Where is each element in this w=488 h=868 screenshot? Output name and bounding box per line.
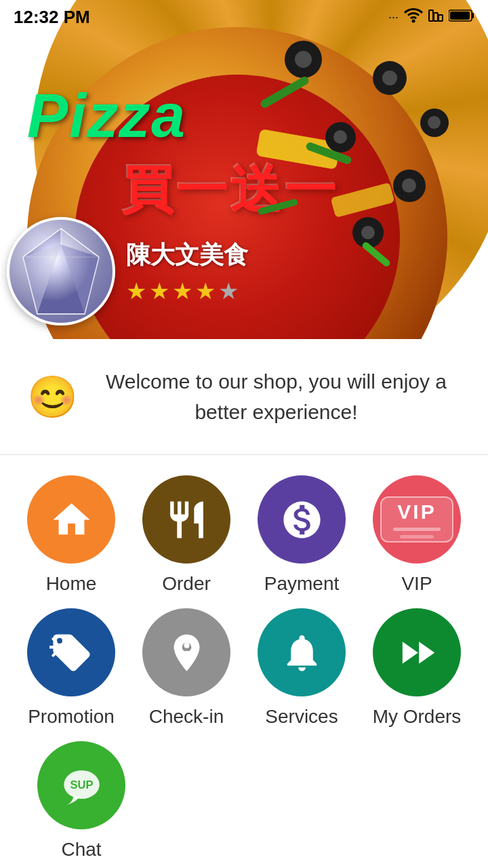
olive-2 xyxy=(373,61,407,95)
menu-grid: Home Order Payment VIP xyxy=(0,455,488,868)
olive-1 xyxy=(285,41,322,78)
sim-icon xyxy=(428,8,443,26)
olive-4 xyxy=(393,170,426,202)
promo-text: 買一送一 xyxy=(122,156,339,226)
svg-rect-5 xyxy=(472,13,474,18)
menu-item-chat[interactable]: SUP Chat xyxy=(27,741,136,861)
promotion-icon xyxy=(49,631,94,675)
diamond-icon xyxy=(14,224,108,319)
payment-icon xyxy=(280,498,324,542)
star-rating: ★ ★ ★ ★ ★ xyxy=(126,277,248,304)
vip-label: VIP xyxy=(401,573,432,595)
svg-point-15 xyxy=(184,642,189,648)
brand-title: Pizza xyxy=(27,81,186,151)
order-icon xyxy=(165,498,209,542)
menu-item-vip[interactable]: VIP VIP xyxy=(363,475,471,595)
wifi-icon xyxy=(404,8,423,26)
more-icon: ··· xyxy=(388,10,399,24)
chat-icon-circle: SUP xyxy=(37,741,125,829)
order-icon-circle xyxy=(142,475,230,564)
payment-icon-circle xyxy=(258,475,346,564)
checkin-icon-circle xyxy=(142,608,230,696)
svg-point-13 xyxy=(65,653,68,656)
menu-item-myorders[interactable]: My Orders xyxy=(363,608,471,728)
svg-text:SUP: SUP xyxy=(70,778,93,791)
hero-banner: Pizza 買一送一 xyxy=(0,0,488,339)
menu-row-2: Promotion Check-in Services xyxy=(14,608,474,728)
promotion-icon-circle xyxy=(27,608,115,696)
home-label: Home xyxy=(46,573,97,595)
services-icon xyxy=(280,631,324,675)
svg-rect-3 xyxy=(439,15,443,21)
svg-rect-2 xyxy=(434,13,438,21)
payment-label: Payment xyxy=(264,573,340,595)
home-icon-circle xyxy=(27,475,115,564)
svg-rect-1 xyxy=(429,10,433,21)
star-2: ★ xyxy=(149,277,169,304)
svg-point-0 xyxy=(412,19,415,22)
order-label: Order xyxy=(162,573,211,595)
welcome-section: 😊 Welcome to our shop, you will enjoy a … xyxy=(0,339,488,455)
promotion-label: Promotion xyxy=(28,706,115,728)
vip-text: VIP xyxy=(397,500,436,524)
menu-item-services[interactable]: Services xyxy=(247,608,356,728)
status-time: 12:32 PM xyxy=(14,7,90,28)
star-4: ★ xyxy=(195,277,216,304)
status-bar: 12:32 PM ··· xyxy=(0,0,488,34)
profile-info: 陳大文美食 ★ ★ ★ ★ ★ xyxy=(126,239,248,304)
chat-icon: SUP xyxy=(56,760,107,811)
menu-row-3: SUP Chat xyxy=(14,741,474,861)
star-1: ★ xyxy=(126,277,146,304)
olive-5 xyxy=(420,108,449,137)
menu-item-checkin[interactable]: Check-in xyxy=(132,608,241,728)
welcome-emoji: 😊 xyxy=(27,373,78,421)
star-3: ★ xyxy=(172,277,192,304)
menu-item-promotion[interactable]: Promotion xyxy=(17,608,125,728)
checkin-icon xyxy=(165,631,209,675)
myorders-icon xyxy=(395,631,439,675)
star-5: ★ xyxy=(218,277,239,304)
olive-3 xyxy=(325,122,356,153)
checkin-label: Check-in xyxy=(149,706,224,728)
status-icons: ··· xyxy=(388,8,474,26)
services-label: Services xyxy=(265,706,338,728)
myorders-icon-circle xyxy=(373,608,461,696)
profile-avatar xyxy=(7,217,115,326)
menu-item-order[interactable]: Order xyxy=(132,475,241,595)
chat-label: Chat xyxy=(61,839,101,861)
menu-item-home[interactable]: Home xyxy=(17,475,125,595)
services-icon-circle xyxy=(258,608,346,696)
profile-name: 陳大文美食 xyxy=(126,239,248,272)
home-icon xyxy=(49,498,94,542)
menu-item-payment[interactable]: Payment xyxy=(247,475,356,595)
welcome-text: Welcome to our shop, you will enjoy a be… xyxy=(92,366,461,427)
svg-rect-6 xyxy=(450,12,470,20)
svg-point-14 xyxy=(74,644,77,648)
vip-icon-circle: VIP xyxy=(373,475,461,564)
myorders-label: My Orders xyxy=(373,706,462,728)
menu-row-1: Home Order Payment VIP xyxy=(14,475,474,595)
battery-icon xyxy=(449,9,474,26)
profile-section: 陳大文美食 ★ ★ ★ ★ ★ xyxy=(7,217,248,326)
